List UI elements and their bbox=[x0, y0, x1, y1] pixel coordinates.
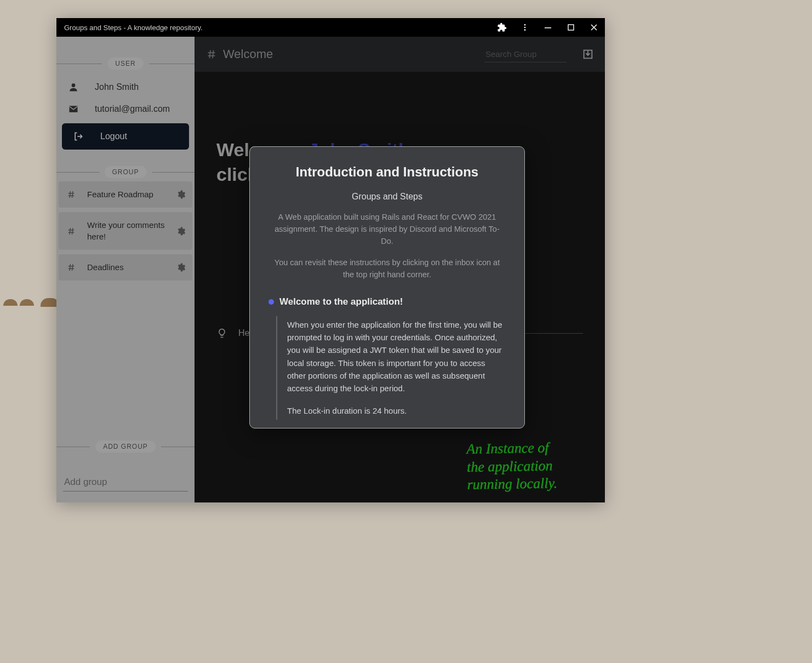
gear-icon[interactable] bbox=[176, 262, 186, 272]
modal-step-header: Welcome to the application! bbox=[268, 296, 506, 307]
modal-paragraph: A Web application built using Rails and … bbox=[268, 212, 506, 247]
modal-step-text: The Lock-in duration is 24 hours. bbox=[287, 404, 506, 417]
gear-icon[interactable] bbox=[176, 226, 186, 236]
window-controls bbox=[495, 21, 601, 34]
user-name-row: John Smith bbox=[59, 76, 192, 98]
svg-point-1 bbox=[524, 27, 526, 28]
add-group-section: ADD GROUP bbox=[56, 441, 195, 502]
search-input[interactable] bbox=[484, 46, 567, 62]
svg-point-0 bbox=[524, 24, 526, 26]
modal-subtitle: Groups and Steps bbox=[268, 192, 506, 202]
modal-paragraph: You can revisit these instructions by cl… bbox=[268, 257, 506, 281]
user-name: John Smith bbox=[95, 82, 139, 92]
handwritten-annotation: An Instance of the application running l… bbox=[466, 438, 593, 494]
logout-button[interactable]: Logout bbox=[62, 123, 189, 150]
add-group-input[interactable] bbox=[63, 473, 188, 491]
mail-icon bbox=[67, 104, 79, 115]
add-group-pill: ADD GROUP bbox=[95, 441, 156, 453]
hash-icon bbox=[65, 226, 77, 236]
person-icon bbox=[67, 82, 79, 93]
group-label: Deadlines bbox=[87, 262, 166, 273]
hash-icon bbox=[65, 190, 77, 199]
logout-label: Logout bbox=[100, 132, 127, 141]
gear-icon[interactable] bbox=[176, 190, 186, 199]
titlebar: Groups and Steps - A knowledge repositor… bbox=[56, 18, 605, 37]
modal-step-text: When you enter the application for the f… bbox=[287, 318, 506, 395]
background-decor bbox=[3, 299, 18, 306]
modal-step-title: Welcome to the application! bbox=[279, 296, 403, 307]
svg-point-2 bbox=[524, 29, 526, 31]
bullet-icon bbox=[268, 299, 274, 305]
logout-icon bbox=[73, 131, 84, 142]
modal-title: Introduction and Instructions bbox=[268, 164, 506, 180]
group-section-label: GROUP bbox=[56, 166, 195, 178]
extension-icon[interactable] bbox=[495, 21, 508, 34]
sidebar: USER John Smith tutorial@gmail.com bbox=[56, 37, 195, 502]
minimize-button[interactable] bbox=[541, 21, 554, 34]
background-decor bbox=[20, 299, 34, 306]
modal-step-body: When you enter the application for the f… bbox=[276, 316, 506, 420]
group-list: Feature Roadmap Write your comments here… bbox=[56, 178, 195, 284]
inbox-button[interactable] bbox=[582, 48, 594, 60]
app-window: Groups and Steps - A knowledge repositor… bbox=[56, 18, 605, 502]
hash-icon bbox=[65, 262, 77, 272]
group-label: Write your comments here! bbox=[87, 220, 166, 242]
group-section-pill: GROUP bbox=[105, 166, 147, 178]
more-icon[interactable] bbox=[518, 21, 531, 34]
svg-point-5 bbox=[72, 83, 76, 87]
modal: Introduction and Instructions Groups and… bbox=[249, 146, 525, 428]
group-item-feature-roadmap[interactable]: Feature Roadmap bbox=[59, 181, 192, 208]
intro-modal[interactable]: Introduction and Instructions Groups and… bbox=[249, 146, 525, 428]
user-block: John Smith tutorial@gmail.com Logout bbox=[56, 70, 195, 162]
user-section-pill: USER bbox=[107, 58, 143, 70]
window-title: Groups and Steps - A knowledge repositor… bbox=[64, 24, 495, 32]
svg-rect-3 bbox=[545, 27, 551, 28]
close-button[interactable] bbox=[587, 21, 601, 34]
user-section-label: USER bbox=[56, 58, 195, 70]
add-group-label: ADD GROUP bbox=[56, 441, 195, 453]
hash-icon bbox=[205, 48, 218, 60]
svg-rect-4 bbox=[568, 25, 574, 30]
user-email: tutorial@gmail.com bbox=[95, 104, 170, 114]
topbar: Welcome bbox=[195, 37, 605, 72]
topbar-title: Welcome bbox=[223, 47, 273, 61]
group-label: Feature Roadmap bbox=[87, 189, 166, 200]
user-email-row: tutorial@gmail.com bbox=[59, 98, 192, 120]
group-item-comments[interactable]: Write your comments here! bbox=[59, 212, 192, 250]
maximize-button[interactable] bbox=[564, 21, 577, 34]
lightbulb-icon bbox=[216, 328, 227, 339]
group-item-deadlines[interactable]: Deadlines bbox=[59, 254, 192, 281]
